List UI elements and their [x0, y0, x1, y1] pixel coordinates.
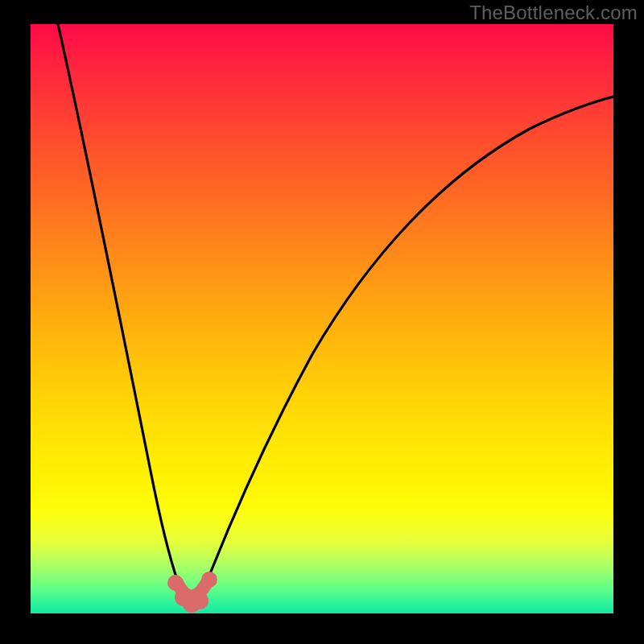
bottleneck-curve-svg — [31, 24, 613, 613]
curve-path — [58, 24, 613, 602]
watermark-text: TheBottleneck.com — [469, 2, 638, 24]
marker-arc — [177, 581, 208, 597]
plot-area — [31, 24, 613, 613]
chart-container: TheBottleneck.com — [0, 0, 644, 644]
valley-markers — [167, 572, 217, 613]
